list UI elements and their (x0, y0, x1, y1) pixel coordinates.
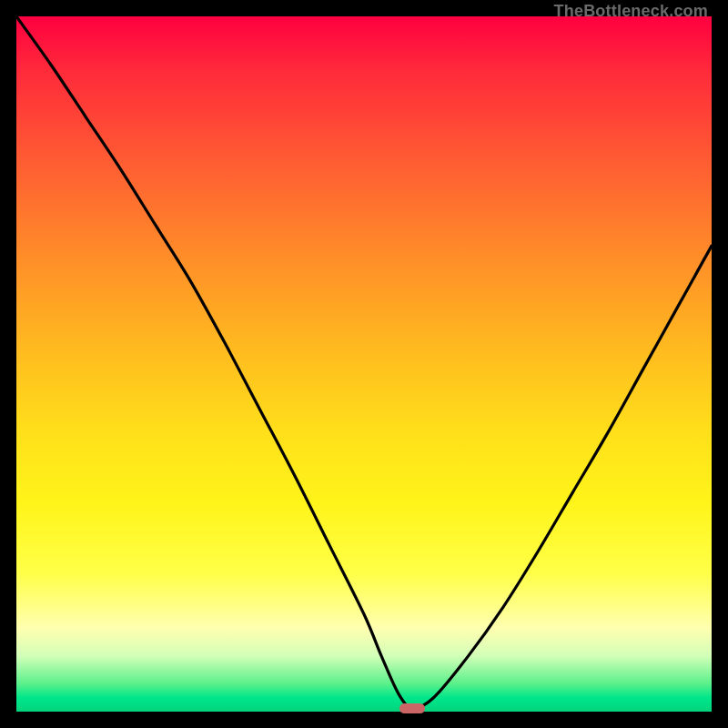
chart-frame: TheBottleneck.com (0, 0, 728, 728)
plot-area (16, 16, 712, 712)
minimum-marker (399, 703, 425, 713)
bottleneck-curve (16, 16, 712, 712)
watermark: TheBottleneck.com (554, 2, 708, 21)
